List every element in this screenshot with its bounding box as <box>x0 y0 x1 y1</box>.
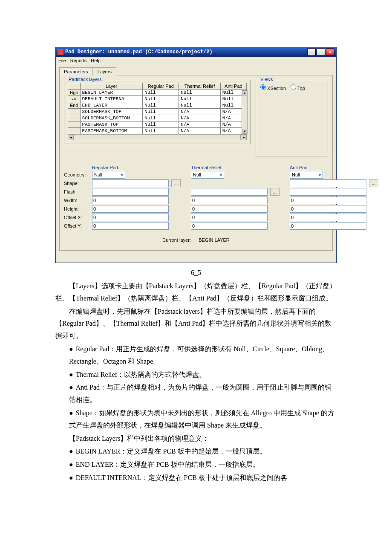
label-shape: Shape: <box>64 181 89 186</box>
window-title: Pad_Designer: unnamed.pad (C:/Cadence/pr… <box>65 49 213 55</box>
list-item: Regular Pad：用正片生成的焊盘，可供选择的形状有 Null、Circl… <box>69 343 337 368</box>
label-flash: Flash: <box>64 189 89 194</box>
radio-top[interactable]: Top <box>291 86 305 91</box>
table-hscroll[interactable]: ◂ ▸ <box>68 134 247 140</box>
table-row[interactable]: PASTEMASK_BOTTOMNullN/AN/A <box>68 128 247 134</box>
col-anti-pad: Anti Pad <box>290 165 366 170</box>
col-thermal: Thermal Relief <box>179 83 220 90</box>
padstack-table[interactable]: Layer Regular Pad Thermal Relief Anti Pa… <box>68 83 247 134</box>
thermal-offsety-input[interactable] <box>191 222 268 230</box>
scroll-right-icon[interactable]: ▸ <box>241 134 247 140</box>
paragraph: 【Layers】选项卡主要由【Padstack Layers】（焊盘叠层）栏、【… <box>55 280 337 305</box>
thermal-height-input[interactable] <box>191 205 268 213</box>
list-item: END LAYER：定义焊盘在 PCB 板中的结束层，一般指底层。 <box>69 459 337 471</box>
label-offsetx: Offset X: <box>64 215 89 220</box>
tab-parameters[interactable]: Parameters <box>59 67 93 75</box>
thermal-width-input[interactable] <box>191 197 268 204</box>
regular-shape-browse[interactable]: ... <box>171 179 181 187</box>
statusbar <box>56 255 336 263</box>
label-height: Height: <box>64 206 89 211</box>
tab-panel-layers: Padstack layers Layer Regular Pad Therma… <box>59 75 333 251</box>
radio-xsection[interactable]: XSection <box>260 86 286 91</box>
anti-width-input[interactable] <box>290 197 366 204</box>
menu-reports[interactable]: Reports <box>70 58 87 63</box>
anti-offsetx-input[interactable] <box>290 214 366 221</box>
padstack-layers-group: Padstack layers Layer Regular Pad Therma… <box>64 80 251 144</box>
col-layer: Layer <box>80 83 143 90</box>
col-thermal-relief: Thermal Relief <box>191 165 268 170</box>
pad-properties-grid: Regular Pad Thermal Relief Anti Pad Geom… <box>64 165 328 230</box>
app-icon <box>58 49 63 55</box>
list-item: Anti Pad：与正片的焊盘相对，为负片的焊盘，一般为圆圈，用于阻止引脚与周围… <box>69 382 337 406</box>
document-text: 【Layers】选项卡主要由【Padstack Layers】（焊盘叠层）栏、【… <box>55 280 337 484</box>
label-geometry: Geometry: <box>64 172 89 177</box>
scroll-left-icon[interactable]: ◂ <box>68 134 74 140</box>
minimize-button[interactable]: _ <box>307 48 316 56</box>
thermal-geometry-select[interactable]: Null▾ <box>191 171 224 179</box>
regular-width-input[interactable] <box>92 197 169 204</box>
chevron-down-icon: ▾ <box>220 173 222 177</box>
titlebar[interactable]: Pad_Designer: unnamed.pad (C:/Cadence/pr… <box>56 47 336 57</box>
thermal-flash-input[interactable] <box>191 188 268 196</box>
list-item: Thermal Relief：以热隔离的方式替代焊盘。 <box>69 369 337 381</box>
table-vscroll[interactable]: ▴▾ <box>242 90 248 134</box>
regular-offsety-input[interactable] <box>92 222 169 230</box>
close-button[interactable]: × <box>326 48 334 56</box>
paragraph: 在编辑焊盘时，先用鼠标在【Padstack layers】栏选中所要编辑的层，然… <box>55 306 337 342</box>
views-group: Views XSection Top <box>256 80 328 156</box>
anti-offsety-input[interactable] <box>290 222 366 230</box>
tabstrip: Parameters Layers <box>59 67 333 75</box>
scroll-up-icon[interactable]: ▴ <box>242 90 247 95</box>
scroll-down-icon[interactable]: ▾ <box>242 129 247 134</box>
regular-offsetx-input[interactable] <box>92 214 169 221</box>
col-anti: Anti Pad <box>220 83 246 90</box>
anti-shape-browse[interactable]: ... <box>369 179 378 187</box>
table-row[interactable]: ->DEFAULT INTERNALNullNullNull <box>68 96 247 102</box>
menubar: File Reports Help <box>56 57 336 64</box>
chevron-down-icon: ▾ <box>319 173 321 177</box>
table-row[interactable]: SOLDERMASK_BOTTOMNullN/AN/A <box>68 115 247 121</box>
anti-height-input[interactable] <box>290 205 366 213</box>
col-regular: Regular Pad <box>143 83 179 90</box>
anti-shape-input[interactable] <box>290 179 366 187</box>
maximize-button[interactable]: □ <box>317 48 325 56</box>
list-item: DEFAULT INTERNAL：定义焊盘在 PCB 板中处于顶层和底层之间的各 <box>69 472 337 484</box>
menu-help[interactable]: Help <box>91 58 101 63</box>
regular-height-input[interactable] <box>92 205 169 213</box>
regular-flash-input[interactable] <box>92 188 169 196</box>
padstack-legend: Padstack layers <box>67 77 104 82</box>
thermal-offsetx-input[interactable] <box>191 214 268 221</box>
table-row[interactable]: PASTEMASK_TOPNullN/AN/A <box>68 121 247 128</box>
menu-file[interactable]: File <box>58 58 66 63</box>
thermal-flash-browse[interactable]: ... <box>270 188 280 196</box>
chevron-down-icon: ▾ <box>121 173 123 177</box>
col-regular-pad: Regular Pad <box>92 165 169 170</box>
regular-shape-input[interactable] <box>92 179 169 187</box>
table-row[interactable]: SOLDERMASK_TOPNullN/AN/A <box>68 109 247 115</box>
pad-designer-window: Pad_Designer: unnamed.pad (C:/Cadence/pr… <box>55 47 337 263</box>
regular-geometry-select[interactable]: Null▾ <box>92 171 125 179</box>
figure-caption: 6_5 <box>17 269 375 277</box>
table-row[interactable]: EndEND LAYERNullNullNull <box>68 102 247 109</box>
views-legend: Views <box>259 77 274 82</box>
list-item: Shape：如果焊盘的形状为表中未列出的形状，则必须先在 Allegro 中用生… <box>69 407 337 432</box>
list-item: BEGIN LAYER：定义焊盘在 PCB 板中的起始层，一般只顶层。 <box>69 445 337 458</box>
current-layer-status: Current layer: BEGIN LAYER <box>64 237 328 243</box>
table-row[interactable]: BgnBEGIN LAYERNullNullNull <box>68 90 247 96</box>
anti-geometry-select[interactable]: Null▾ <box>290 171 323 179</box>
anti-flash-input[interactable] <box>290 188 366 196</box>
tab-layers[interactable]: Layers <box>93 67 116 75</box>
paragraph: 【Padstack Layers】栏中列出各项的物理意义： <box>55 433 337 445</box>
label-width: Width: <box>64 198 89 203</box>
label-offsety: Offset Y: <box>64 223 89 228</box>
